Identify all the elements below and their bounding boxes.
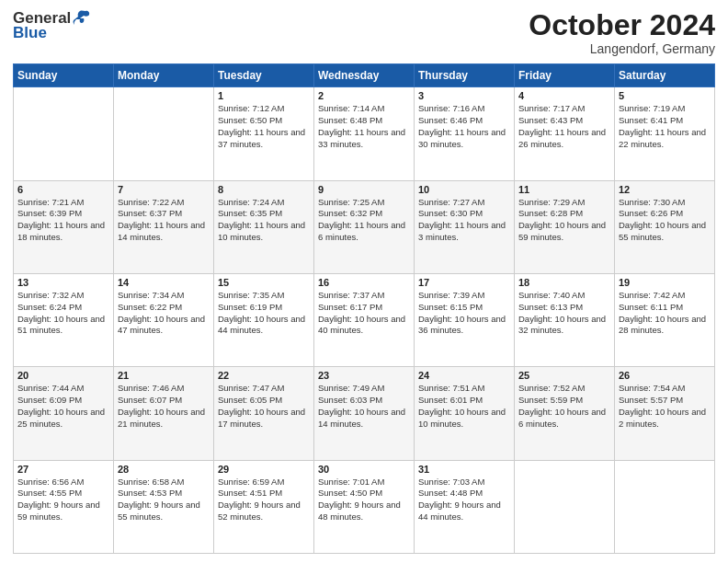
day-number: 16	[318, 277, 410, 288]
day-number: 9	[318, 184, 410, 195]
calendar-cell: 3Sunrise: 7:16 AM Sunset: 6:46 PM Daylig…	[415, 87, 515, 180]
day-detail: Sunrise: 7:47 AM Sunset: 6:05 PM Dayligh…	[218, 383, 310, 430]
calendar-cell: 24Sunrise: 7:51 AM Sunset: 6:01 PM Dayli…	[415, 367, 515, 460]
calendar-cell: 18Sunrise: 7:40 AM Sunset: 6:13 PM Dayli…	[515, 273, 615, 366]
calendar-cell: 14Sunrise: 7:34 AM Sunset: 6:22 PM Dayli…	[114, 273, 214, 366]
page-container: General Blue October 2024 Langendorf, Ge…	[0, 0, 728, 563]
day-detail: Sunrise: 6:56 AM Sunset: 4:55 PM Dayligh…	[17, 477, 109, 523]
calendar-cell: 13Sunrise: 7:32 AM Sunset: 6:24 PM Dayli…	[14, 273, 114, 366]
day-number: 4	[518, 90, 610, 101]
day-number: 29	[218, 464, 310, 475]
day-number: 12	[619, 184, 711, 195]
day-detail: Sunrise: 7:12 AM Sunset: 6:50 PM Dayligh…	[218, 103, 310, 150]
calendar-cell: 15Sunrise: 7:35 AM Sunset: 6:19 PM Dayli…	[214, 273, 314, 366]
calendar-cell: 22Sunrise: 7:47 AM Sunset: 6:05 PM Dayli…	[214, 367, 314, 460]
calendar-cell: 30Sunrise: 7:01 AM Sunset: 4:50 PM Dayli…	[314, 460, 415, 553]
day-detail: Sunrise: 7:54 AM Sunset: 5:57 PM Dayligh…	[619, 383, 711, 430]
day-number: 25	[518, 370, 610, 381]
day-number: 8	[218, 184, 310, 195]
location: Langendorf, Germany	[529, 41, 715, 56]
day-detail: Sunrise: 7:03 AM Sunset: 4:48 PM Dayligh…	[418, 477, 510, 523]
calendar-cell	[14, 87, 114, 180]
day-number: 7	[118, 184, 210, 195]
day-number: 14	[118, 277, 210, 288]
title-block: October 2024 Langendorf, Germany	[529, 9, 715, 56]
calendar-week-row: 6Sunrise: 7:21 AM Sunset: 6:39 PM Daylig…	[14, 180, 715, 273]
day-detail: Sunrise: 7:35 AM Sunset: 6:19 PM Dayligh…	[218, 290, 310, 337]
month-title: October 2024	[529, 9, 715, 41]
day-number: 28	[118, 464, 210, 475]
day-number: 1	[218, 90, 310, 101]
day-number: 20	[17, 370, 109, 381]
day-detail: Sunrise: 7:39 AM Sunset: 6:15 PM Dayligh…	[418, 290, 510, 337]
day-detail: Sunrise: 7:29 AM Sunset: 6:28 PM Dayligh…	[518, 197, 610, 244]
calendar-cell: 7Sunrise: 7:22 AM Sunset: 6:37 PM Daylig…	[114, 180, 214, 273]
weekday-header-row: SundayMondayTuesdayWednesdayThursdayFrid…	[14, 64, 715, 87]
calendar-week-row: 27Sunrise: 6:56 AM Sunset: 4:55 PM Dayli…	[14, 460, 715, 553]
weekday-header: Thursday	[415, 64, 515, 87]
day-number: 5	[619, 90, 711, 101]
day-detail: Sunrise: 7:32 AM Sunset: 6:24 PM Dayligh…	[17, 290, 109, 337]
calendar-cell: 16Sunrise: 7:37 AM Sunset: 6:17 PM Dayli…	[314, 273, 415, 366]
day-detail: Sunrise: 7:22 AM Sunset: 6:37 PM Dayligh…	[118, 197, 210, 244]
calendar-cell: 20Sunrise: 7:44 AM Sunset: 6:09 PM Dayli…	[14, 367, 114, 460]
weekday-header: Sunday	[14, 64, 114, 87]
calendar-cell: 1Sunrise: 7:12 AM Sunset: 6:50 PM Daylig…	[214, 87, 314, 180]
calendar-cell: 17Sunrise: 7:39 AM Sunset: 6:15 PM Dayli…	[415, 273, 515, 366]
calendar-cell: 26Sunrise: 7:54 AM Sunset: 5:57 PM Dayli…	[615, 367, 715, 460]
weekday-header: Tuesday	[214, 64, 314, 87]
calendar-week-row: 13Sunrise: 7:32 AM Sunset: 6:24 PM Dayli…	[14, 273, 715, 366]
calendar-cell: 4Sunrise: 7:17 AM Sunset: 6:43 PM Daylig…	[515, 87, 615, 180]
calendar-cell: 27Sunrise: 6:56 AM Sunset: 4:55 PM Dayli…	[14, 460, 114, 553]
weekday-header: Wednesday	[314, 64, 415, 87]
day-detail: Sunrise: 7:30 AM Sunset: 6:26 PM Dayligh…	[619, 197, 711, 244]
calendar-cell: 31Sunrise: 7:03 AM Sunset: 4:48 PM Dayli…	[415, 460, 515, 553]
calendar-cell	[615, 460, 715, 553]
day-number: 27	[17, 464, 109, 475]
day-detail: Sunrise: 7:14 AM Sunset: 6:48 PM Dayligh…	[318, 103, 410, 150]
day-number: 31	[418, 464, 510, 475]
day-number: 17	[418, 277, 510, 288]
day-detail: Sunrise: 7:34 AM Sunset: 6:22 PM Dayligh…	[118, 290, 210, 337]
day-number: 30	[318, 464, 410, 475]
day-number: 23	[318, 370, 410, 381]
calendar-week-row: 1Sunrise: 7:12 AM Sunset: 6:50 PM Daylig…	[14, 87, 715, 180]
day-detail: Sunrise: 7:46 AM Sunset: 6:07 PM Dayligh…	[118, 383, 210, 430]
day-detail: Sunrise: 7:16 AM Sunset: 6:46 PM Dayligh…	[418, 103, 510, 150]
calendar-cell: 9Sunrise: 7:25 AM Sunset: 6:32 PM Daylig…	[314, 180, 415, 273]
logo-blue-text: Blue	[13, 24, 47, 42]
calendar-cell: 29Sunrise: 6:59 AM Sunset: 4:51 PM Dayli…	[214, 460, 314, 553]
day-number: 18	[518, 277, 610, 288]
day-number: 22	[218, 370, 310, 381]
day-number: 19	[619, 277, 711, 288]
day-number: 6	[17, 184, 109, 195]
day-number: 10	[418, 184, 510, 195]
day-detail: Sunrise: 7:01 AM Sunset: 4:50 PM Dayligh…	[318, 477, 410, 523]
calendar-cell	[515, 460, 615, 553]
day-detail: Sunrise: 7:37 AM Sunset: 6:17 PM Dayligh…	[318, 290, 410, 337]
day-number: 26	[619, 370, 711, 381]
day-number: 24	[418, 370, 510, 381]
day-number: 15	[218, 277, 310, 288]
calendar-week-row: 20Sunrise: 7:44 AM Sunset: 6:09 PM Dayli…	[14, 367, 715, 460]
day-detail: Sunrise: 7:17 AM Sunset: 6:43 PM Dayligh…	[518, 103, 610, 150]
calendar-table: SundayMondayTuesdayWednesdayThursdayFrid…	[13, 63, 715, 554]
day-detail: Sunrise: 7:40 AM Sunset: 6:13 PM Dayligh…	[518, 290, 610, 337]
calendar-cell	[114, 87, 214, 180]
day-detail: Sunrise: 7:19 AM Sunset: 6:41 PM Dayligh…	[619, 103, 711, 150]
calendar-cell: 12Sunrise: 7:30 AM Sunset: 6:26 PM Dayli…	[615, 180, 715, 273]
calendar-cell: 25Sunrise: 7:52 AM Sunset: 5:59 PM Dayli…	[515, 367, 615, 460]
calendar-cell: 6Sunrise: 7:21 AM Sunset: 6:39 PM Daylig…	[14, 180, 114, 273]
day-detail: Sunrise: 7:49 AM Sunset: 6:03 PM Dayligh…	[318, 383, 410, 430]
weekday-header: Monday	[114, 64, 214, 87]
calendar-cell: 2Sunrise: 7:14 AM Sunset: 6:48 PM Daylig…	[314, 87, 415, 180]
weekday-header: Friday	[515, 64, 615, 87]
day-number: 21	[118, 370, 210, 381]
calendar-cell: 23Sunrise: 7:49 AM Sunset: 6:03 PM Dayli…	[314, 367, 415, 460]
calendar-cell: 11Sunrise: 7:29 AM Sunset: 6:28 PM Dayli…	[515, 180, 615, 273]
calendar-cell: 19Sunrise: 7:42 AM Sunset: 6:11 PM Dayli…	[615, 273, 715, 366]
day-number: 2	[318, 90, 410, 101]
day-number: 11	[518, 184, 610, 195]
day-detail: Sunrise: 7:27 AM Sunset: 6:30 PM Dayligh…	[418, 197, 510, 244]
day-detail: Sunrise: 7:52 AM Sunset: 5:59 PM Dayligh…	[518, 383, 610, 430]
